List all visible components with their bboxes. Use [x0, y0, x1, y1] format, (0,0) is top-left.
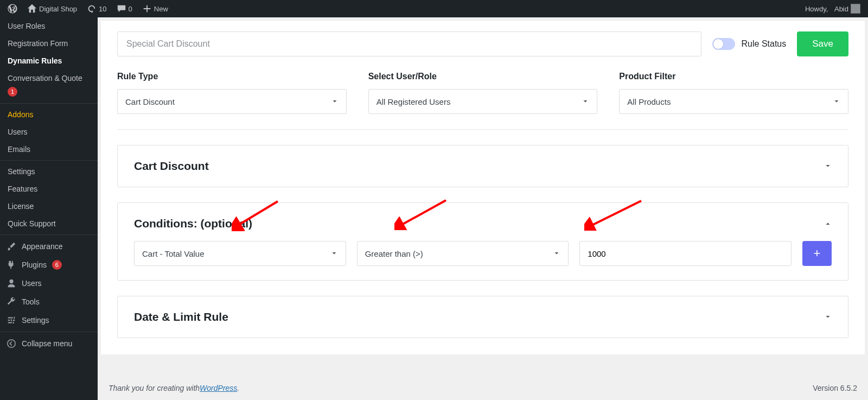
wrench-icon	[7, 297, 16, 307]
rule-status-toggle-wrap: Rule Status	[712, 38, 787, 50]
wordpress-icon	[8, 4, 17, 14]
chevron-down-icon	[833, 98, 840, 105]
rule-status-label: Rule Status	[742, 39, 787, 49]
product-filter-select[interactable]: All Products	[619, 89, 848, 114]
sidebar-item-users[interactable]: Users	[0, 123, 98, 141]
sidebar-separator	[0, 160, 98, 161]
sidebar-item-appearance[interactable]: Appearance	[0, 237, 98, 256]
sidebar-separator	[0, 332, 98, 332]
user-menu[interactable]: Howdy, Abid	[802, 0, 864, 17]
section-cart-discount-toggle[interactable]	[824, 162, 832, 170]
sidebar-item-settings[interactable]: Settings	[0, 163, 98, 180]
sidebar-item-license[interactable]: License	[0, 198, 98, 215]
sliders-icon	[7, 315, 16, 325]
condition-operator-select[interactable]: Greater than (>)	[357, 241, 569, 266]
user-role-select[interactable]: All Registered Users	[368, 89, 598, 114]
product-filter-col: Product Filter All Products	[619, 72, 848, 114]
chevron-down-icon	[553, 250, 560, 257]
chevron-down-icon	[330, 250, 338, 257]
sidebar-item-conversation-quote[interactable]: Conversation & Quote 1	[0, 69, 98, 101]
product-filter-label: Product Filter	[619, 72, 848, 81]
sidebar-item-quick-support[interactable]: Quick Support	[0, 215, 98, 232]
sidebar-item-user-roles[interactable]: User Roles	[0, 17, 98, 35]
section-cart-discount-title: Cart Discount	[134, 160, 209, 173]
updates-link[interactable]: 10	[84, 0, 110, 17]
plugins-badge: 6	[52, 260, 62, 270]
avatar	[851, 4, 860, 14]
main-content: Rule Status Save Rule Type Cart Discount…	[98, 17, 868, 400]
admin-sidebar: User Roles Registration Form Dynamic Rul…	[0, 17, 98, 400]
user-name: Abid	[834, 5, 848, 13]
admin-footer: Thank you for creating with WordPress . …	[98, 376, 868, 400]
divider	[117, 129, 848, 130]
sidebar-item-dynamic-rules[interactable]: Dynamic Rules	[0, 52, 98, 69]
sidebar-separator	[0, 234, 98, 235]
sidebar-item-wp-users[interactable]: Users	[0, 274, 98, 293]
condition-field-select[interactable]: Cart - Total Value	[134, 241, 346, 266]
comment-icon	[117, 4, 126, 14]
rule-type-select[interactable]: Cart Discount	[117, 89, 347, 114]
rule-name-input[interactable]	[117, 31, 701, 56]
rule-basics-row: Rule Type Cart Discount Select User/Role…	[117, 72, 848, 114]
condition-value-input[interactable]	[579, 241, 792, 266]
section-conditions-toggle[interactable]	[824, 220, 832, 227]
section-date-limit-title: Date & Limit Rule	[134, 310, 228, 323]
brush-icon	[7, 242, 16, 251]
sidebar-item-wp-settings[interactable]: Settings	[0, 311, 98, 329]
admin-bar-right: Howdy, Abid	[802, 0, 864, 17]
update-icon	[87, 4, 97, 14]
collapse-menu-button[interactable]: Collapse menu	[0, 334, 98, 353]
rule-status-toggle[interactable]	[712, 38, 735, 50]
plug-icon	[7, 260, 16, 270]
home-icon	[27, 4, 37, 14]
comments-link[interactable]: 0	[113, 0, 136, 17]
sidebar-item-emails[interactable]: Emails	[0, 141, 98, 158]
section-date-limit: Date & Limit Rule	[117, 296, 848, 338]
admin-bar: Digital Shop 10 0 New Howdy, Abid	[0, 0, 868, 17]
sidebar-item-addons[interactable]: Addons	[0, 106, 98, 123]
sidebar-item-registration-form[interactable]: Registration Form	[0, 35, 98, 52]
plus-icon	[142, 4, 152, 14]
version-text: Version 6.5.2	[813, 384, 857, 392]
section-conditions: Conditions: (optional) Cart - Total Valu…	[117, 202, 848, 281]
site-name: Digital Shop	[39, 5, 77, 13]
howdy-prefix: Howdy,	[805, 5, 828, 13]
footer-suffix: .	[237, 384, 239, 392]
section-cart-discount: Cart Discount	[117, 145, 848, 187]
plus-icon: +	[814, 246, 821, 261]
top-row: Rule Status Save	[117, 31, 848, 56]
collapse-icon	[7, 339, 16, 348]
rule-type-col: Rule Type Cart Discount	[117, 72, 347, 114]
user-role-col: Select User/Role All Registered Users	[368, 72, 598, 114]
wp-logo-menu[interactable]	[4, 0, 21, 17]
footer-wordpress-link[interactable]: WordPress	[200, 384, 237, 392]
updates-count: 10	[99, 5, 106, 13]
app-wrap: User Roles Registration Form Dynamic Rul…	[0, 17, 868, 400]
user-role-label: Select User/Role	[368, 72, 598, 81]
admin-bar-left: Digital Shop 10 0 New	[4, 0, 171, 17]
conversation-badge: 1	[8, 87, 17, 97]
section-date-limit-toggle[interactable]	[824, 313, 832, 321]
add-condition-button[interactable]: +	[802, 241, 832, 266]
svg-point-0	[8, 340, 15, 347]
sidebar-item-plugins[interactable]: Plugins 6	[0, 256, 98, 274]
new-label: New	[154, 5, 168, 13]
user-icon	[7, 278, 16, 288]
new-content-link[interactable]: New	[139, 0, 171, 17]
rule-header-panel: Rule Status Save Rule Type Cart Discount…	[101, 21, 865, 354]
section-conditions-title: Conditions: (optional)	[134, 217, 252, 230]
sidebar-item-features[interactable]: Features	[0, 180, 98, 198]
rule-type-label: Rule Type	[117, 72, 347, 81]
condition-row: Cart - Total Value Greater than (>) +	[134, 241, 832, 266]
chevron-down-icon	[331, 98, 339, 105]
sidebar-separator	[0, 103, 98, 104]
sidebar-item-tools[interactable]: Tools	[0, 293, 98, 311]
site-home-link[interactable]: Digital Shop	[24, 0, 80, 17]
save-button[interactable]: Save	[797, 31, 848, 56]
chevron-down-icon	[582, 98, 589, 105]
comments-count: 0	[129, 5, 132, 13]
footer-text: Thank you for creating with	[108, 384, 200, 392]
